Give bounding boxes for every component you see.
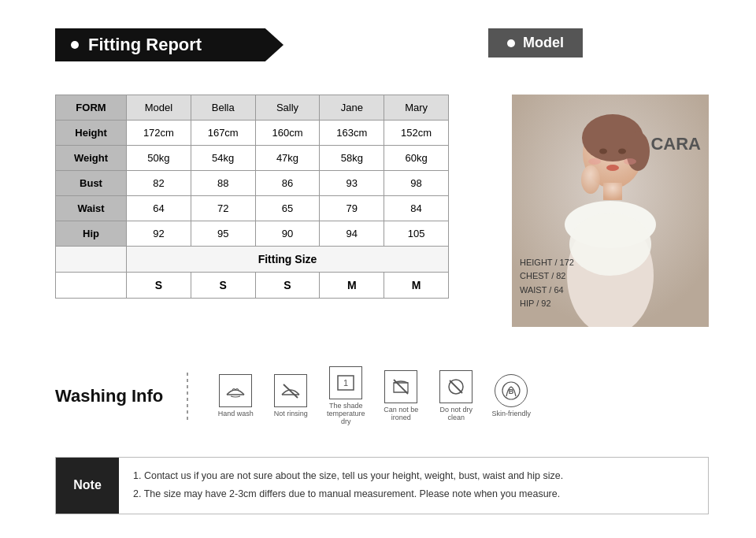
row-label-hip: Hip: [56, 221, 127, 247]
table-row: Weight 50kg 54kg 47kg 58kg 60kg: [56, 146, 449, 171]
norinse-label: Not rinsing: [274, 410, 308, 417]
wash-icon-noironing: Can not be ironed: [377, 370, 424, 421]
cell: 93: [320, 171, 384, 196]
model-name: CARA: [650, 134, 701, 154]
fitting-size-row: Fitting Size: [56, 247, 449, 273]
cell: 90: [255, 221, 320, 247]
model-chest: CHEST / 82: [520, 269, 574, 284]
cell: 105: [384, 221, 449, 247]
skinfriendly-icon: B: [500, 380, 522, 401]
note-line-2: 2. The size may have 2-3cm differs due t…: [133, 485, 563, 504]
washing-section: Washing Info Hand wash: [55, 366, 535, 425]
table-row: Hip 92 95 90 94 105: [56, 221, 449, 247]
cell: 84: [384, 196, 449, 221]
nodryclean-icon-box: [439, 370, 472, 403]
handwash-label: Hand wash: [218, 410, 254, 417]
washing-icons: Hand wash Not rinsing 1 The shade temper: [212, 366, 535, 425]
table-row: Height 172cm 167cm 160cm 163cm 152cm: [56, 121, 449, 146]
cell: 86: [255, 171, 320, 196]
row-label-height: Height: [56, 121, 127, 146]
svg-rect-5: [603, 183, 622, 200]
fitting-table: FORM Model Bella Sally Jane Mary Height …: [55, 95, 449, 299]
note-line-1: 1. Contact us if you are not sure about …: [133, 467, 563, 486]
wash-icon-handwash: Hand wash: [212, 374, 259, 417]
cell: 167cm: [191, 121, 255, 146]
cell: 98: [384, 171, 449, 196]
wash-icon-nodryclean: Do not dry clean: [432, 370, 480, 421]
norinse-icon-box: [274, 374, 307, 407]
model-height: HEIGHT / 172: [520, 256, 574, 270]
cell: 82: [127, 171, 191, 196]
cell: 65: [255, 196, 320, 221]
svg-point-10: [606, 165, 619, 171]
row-label-bust: Bust: [56, 171, 127, 196]
cell: 79: [320, 196, 384, 221]
cell: 152cm: [384, 121, 449, 146]
svg-line-21: [450, 380, 462, 393]
cell: 92: [127, 221, 191, 247]
cell: 172cm: [127, 121, 191, 146]
wash-icon-norinse: Not rinsing: [267, 374, 314, 417]
col-sally: Sally: [255, 95, 320, 121]
col-form: FORM: [56, 95, 127, 121]
empty-cell: [56, 273, 127, 299]
fitting-report-title: Fitting Report: [88, 35, 202, 55]
cell: 160cm: [255, 121, 320, 146]
col-bella: Bella: [191, 95, 255, 121]
table-row: Bust 82 88 86 93 98: [56, 171, 449, 196]
noironing-label: Can not be ironed: [377, 406, 424, 421]
cell: 60kg: [384, 146, 449, 171]
skinfriendly-label: Skin-friendly: [492, 410, 532, 417]
cell: 72: [191, 196, 255, 221]
model-hip: HIP / 92: [520, 297, 574, 311]
row-label-waist: Waist: [56, 196, 127, 221]
noironing-icon-box: [384, 370, 417, 403]
note-content: 1. Contact us if you are not sure about …: [119, 458, 577, 514]
shadedry-icon: 1: [335, 373, 357, 393]
svg-point-11: [588, 158, 601, 165]
cell: 47kg: [255, 146, 320, 171]
svg-point-12: [624, 158, 636, 165]
size-cell: M: [320, 273, 384, 299]
model-waist: WAIST / 64: [520, 284, 574, 298]
wash-icon-shadedry: 1 The shade temperature dry: [322, 366, 369, 425]
nodryclean-label: Do not dry clean: [432, 406, 480, 421]
model-info: HEIGHT / 172 CHEST / 82 WAIST / 64 HIP /…: [520, 256, 574, 311]
shadedry-icon-box: 1: [329, 366, 362, 399]
banner-bullet: [71, 41, 79, 49]
cell: 95: [191, 221, 255, 247]
cell: 64: [127, 196, 191, 221]
washing-divider: [187, 373, 188, 420]
cell: 88: [191, 171, 255, 196]
sizes-row: S S S M M: [56, 273, 449, 299]
note-section: Note 1. Contact us if you are not sure a…: [55, 457, 709, 515]
shadedry-label: The shade temperature dry: [322, 402, 369, 425]
fitting-report-header: Fitting Report: [55, 28, 284, 61]
skinfriendly-icon-box: B: [495, 374, 528, 407]
fitting-size-label: Fitting Size: [127, 247, 449, 273]
model-photo-placeholder: HEIGHT / 172 CHEST / 82 WAIST / 64 HIP /…: [512, 95, 709, 327]
svg-point-8: [599, 149, 607, 154]
handwash-icon: [224, 380, 246, 401]
size-cell: M: [384, 273, 449, 299]
handwash-icon-box: [219, 374, 252, 407]
note-label: Note: [56, 458, 119, 514]
col-mary: Mary: [384, 95, 449, 121]
cell: 54kg: [191, 146, 255, 171]
nodryclean-icon: [445, 377, 467, 397]
noironing-icon: [390, 377, 412, 397]
fitting-report-banner: Fitting Report: [55, 28, 284, 61]
table-row: Waist 64 72 65 79 84: [56, 196, 449, 221]
norinse-icon: [280, 380, 302, 401]
cell: 58kg: [320, 146, 384, 171]
fitting-table-container: FORM Model Bella Sally Jane Mary Height …: [55, 95, 449, 299]
svg-point-7: [569, 213, 651, 276]
svg-point-4: [626, 132, 650, 171]
size-cell: S: [191, 273, 255, 299]
model-header-label: Model: [523, 35, 564, 51]
cell: 163cm: [320, 121, 384, 146]
size-cell: S: [255, 273, 320, 299]
model-header: Model: [488, 28, 583, 58]
cell: 50kg: [127, 146, 191, 171]
row-label-weight: Weight: [56, 146, 127, 171]
